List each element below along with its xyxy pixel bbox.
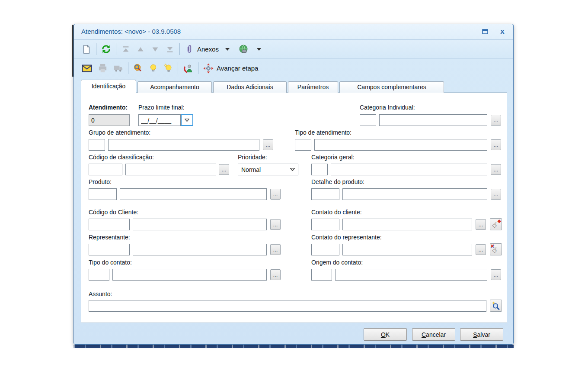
contato-cliente-code-input[interactable] — [311, 219, 339, 230]
representante-desc-input[interactable] — [133, 244, 267, 255]
produto-code-input[interactable] — [89, 188, 117, 200]
screen: Atendimentos: <novo> - 03.9.0508 x — [0, 0, 588, 368]
produto-desc-input[interactable] — [120, 188, 267, 200]
hint-new-button[interactable] — [162, 62, 174, 74]
tipo-contato-desc-input[interactable] — [112, 269, 267, 281]
add-rep-contact-button[interactable]: ☞× — [490, 243, 502, 255]
categoria-geral-code-input[interactable] — [311, 164, 328, 175]
advance-stage-icon — [203, 63, 214, 74]
categoria-geral-label: Categoria geral: — [311, 154, 355, 161]
hint-button[interactable] — [147, 62, 159, 74]
produto-browse-button[interactable]: ... — [270, 189, 281, 200]
detalhe-do-produto-label: Detalhe do produto: — [311, 178, 364, 185]
magnifier-sparkle-icon — [491, 301, 501, 311]
anexos-dropdown-button[interactable]: Anexos — [183, 43, 231, 55]
assunto-input[interactable] — [89, 300, 486, 312]
new-record-button[interactable] — [80, 44, 93, 55]
contato-cliente-browse-button[interactable]: ... — [476, 219, 486, 230]
hand-red-tag-icon: ☞◆ — [491, 220, 501, 229]
origem-contato-browse-button[interactable]: ... — [491, 269, 501, 280]
titlebar: Atendimentos: <novo> - 03.9.0508 x — [74, 24, 513, 40]
detalhe-produto-browse-button[interactable]: ... — [491, 189, 501, 200]
contato-representante-code-input[interactable] — [311, 244, 339, 255]
avancar-etapa-button[interactable]: Avançar etapa — [202, 62, 259, 74]
representante-label: Representante: — [89, 234, 130, 241]
web-dropdown-button[interactable] — [237, 43, 262, 55]
tab-parametros[interactable]: Parâmetros — [288, 81, 338, 93]
detalhe-produto-code-input[interactable] — [311, 188, 339, 200]
prioridade-select[interactable]: Normal — [238, 164, 298, 175]
search-button[interactable] — [132, 62, 144, 74]
representante-browse-button[interactable]: ... — [270, 244, 281, 255]
codigo-do-cliente-label: Código do Cliente: — [89, 209, 138, 216]
tab-identificacao[interactable]: Identificação — [81, 80, 136, 93]
nav-previous-button — [134, 44, 147, 55]
nav-first-button — [120, 44, 132, 55]
nav-first-icon — [121, 45, 131, 54]
codigo-cliente-code-input[interactable] — [89, 219, 130, 230]
refresh-button[interactable] — [100, 43, 112, 55]
codigo-cliente-desc-input[interactable] — [133, 219, 267, 230]
categoria-geral-desc-input[interactable] — [331, 164, 487, 175]
contato-representante-browse-button[interactable]: ... — [476, 244, 486, 255]
categoria-individual-code-input[interactable] — [360, 114, 376, 126]
contato-representante-desc-input[interactable] — [342, 244, 472, 255]
codigo-classificacao-browse-button[interactable]: ... — [219, 164, 229, 175]
grupo-atendimento-browse-button[interactable]: ... — [263, 139, 273, 150]
origem-contato-code-input[interactable] — [311, 269, 332, 281]
phone-person-icon — [183, 63, 193, 73]
chevron-down-icon — [290, 168, 295, 171]
tab-campos-complementares[interactable]: Campos complementares — [339, 81, 444, 93]
codigo-cliente-browse-button[interactable]: ... — [270, 219, 281, 230]
grupo-atendimento-desc-input[interactable] — [108, 139, 259, 151]
categoria-individual-desc-input[interactable] — [379, 114, 487, 126]
identificacao-panel: Atendimento: Prazo limite final: Categor… — [81, 92, 507, 323]
maximize-button[interactable] — [481, 28, 489, 35]
call-contact-button[interactable] — [182, 62, 195, 74]
chevron-down-icon — [185, 119, 189, 122]
chevron-down-icon — [257, 48, 261, 51]
toolbar-separator — [198, 62, 198, 74]
grupo-atendimento-code-input[interactable] — [89, 139, 105, 151]
lightbulb-icon — [149, 63, 158, 73]
chevron-down-icon — [225, 48, 230, 51]
close-button[interactable]: x — [499, 28, 506, 35]
prioridade-value: Normal — [241, 166, 261, 173]
toolbar-separator — [179, 43, 180, 55]
assunto-search-button[interactable] — [490, 300, 502, 312]
contato-do-representante-label: Contato do representante: — [311, 234, 382, 241]
codigo-classificacao-code-input[interactable] — [89, 164, 122, 175]
contato-do-cliente-label: Contato do cliente: — [311, 209, 362, 216]
orange-magnifier-icon — [133, 63, 143, 73]
ok-button[interactable]: OK — [364, 328, 407, 341]
tab-dados-adicionais[interactable]: Dados Adicionais — [213, 81, 287, 93]
tab-acompanhamento[interactable]: Acompanhamento — [137, 81, 212, 93]
tipo-atendimento-code-input[interactable] — [295, 139, 311, 151]
cancel-button[interactable]: Cancelar — [412, 328, 455, 341]
refresh-icon — [101, 44, 111, 54]
detalhe-produto-desc-input[interactable] — [342, 188, 487, 200]
add-client-contact-button[interactable]: ☞◆ — [490, 218, 502, 230]
lightbulb-sparkle-icon — [163, 63, 173, 73]
categoria-individual-browse-button[interactable]: ... — [491, 115, 501, 126]
tipo-contato-code-input[interactable] — [89, 269, 109, 281]
tipo-atendimento-desc-input[interactable] — [314, 139, 487, 151]
prazo-limite-dropdown-button[interactable] — [181, 114, 193, 126]
nav-next-button — [149, 44, 161, 55]
window-title: Atendimentos: <novo> - 03.9.0508 — [81, 28, 181, 35]
origem-contato-desc-input[interactable] — [335, 269, 487, 281]
save-button[interactable]: Salvar — [460, 328, 503, 341]
representante-code-input[interactable] — [89, 244, 130, 255]
nav-next-icon — [150, 45, 160, 54]
contato-cliente-desc-input[interactable] — [342, 219, 472, 230]
tab-strip: Identificação Acompanhamento Dados Adici… — [81, 80, 445, 93]
categoria-geral-browse-button[interactable]: ... — [491, 164, 501, 175]
email-button[interactable] — [80, 63, 93, 74]
tipo-contato-browse-button[interactable]: ... — [270, 269, 281, 280]
codigo-classificacao-desc-input[interactable] — [125, 164, 216, 175]
tipo-atendimento-browse-button[interactable]: ... — [491, 139, 501, 150]
toolbar-separator — [116, 43, 116, 55]
truck-icon — [113, 63, 123, 73]
assunto-label: Assunto: — [89, 291, 112, 297]
prazo-limite-final-input[interactable] — [138, 114, 181, 126]
